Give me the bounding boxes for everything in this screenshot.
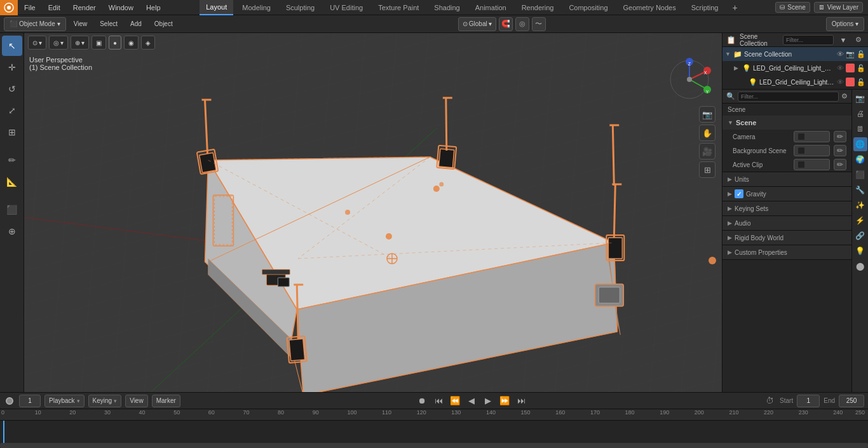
jump-start-btn[interactable]: ⏮ [432,395,445,407]
prop-tab-material[interactable]: ⬤ [853,259,867,273]
object-menu[interactable]: Object [149,17,178,31]
workspace-tab-rendering[interactable]: Rendering [515,0,560,15]
workspace-tab-texture[interactable]: Texture Paint [372,0,425,15]
outliner-search[interactable] [783,35,834,45]
select-menu[interactable]: Select [95,17,123,31]
workspace-tab-animation[interactable]: Animation [469,0,513,15]
gravity-checkbox[interactable]: ✓ [735,189,743,198]
background-scene-eyedropper[interactable]: ✏ [834,145,846,156]
end-frame-input[interactable]: 250 [839,395,864,407]
menu-render[interactable]: Render [67,0,102,15]
outliner-lock-toggle[interactable]: 🔓 [857,50,865,58]
tool-cursor[interactable]: ↖ [2,36,22,56]
prop-tab-data[interactable]: 💡 [853,244,867,258]
timeline-scrollbar[interactable] [0,443,868,448]
active-clip-eyedropper[interactable]: ✏ [834,159,846,170]
playback-dropdown[interactable]: Playback ▾ [44,395,85,407]
tool-move[interactable]: ✛ [2,57,22,78]
active-clip-value[interactable] [794,159,830,170]
record-btn[interactable]: ⏺ [416,395,428,407]
tool-rotate[interactable]: ↺ [2,79,22,99]
workspace-tab-compositing[interactable]: Compositing [562,0,614,15]
outliner-visibility-toggle[interactable]: 👁 [837,50,844,58]
outliner-item-visibility-2[interactable]: 👁 [837,78,844,86]
units-section-header[interactable]: ▶ Units [722,172,851,186]
prop-tab-view-layer[interactable]: 🗏 [853,122,867,136]
tool-scale[interactable]: ⤢ [2,100,22,121]
workspace-tab-layout[interactable]: Layout [200,0,233,15]
properties-search[interactable] [738,92,839,102]
camera-eyedropper[interactable]: ✏ [834,131,846,142]
viewport-gizmo-toggle[interactable]: ⊕▾ [71,36,89,50]
menu-help[interactable]: Help [140,0,167,15]
viewport-material-mode[interactable]: ◉ [124,36,139,50]
custom-props-header[interactable]: ▶ Custom Properties [722,245,851,259]
view-menu[interactable]: View [69,17,93,31]
workspace-tab-scripting[interactable]: Scripting [685,0,725,15]
workspace-tab-modeling[interactable]: Modeling [236,0,277,15]
view-dropdown[interactable]: View [125,395,148,407]
jump-end-btn[interactable]: ⏭ [515,395,527,407]
play-reverse-btn[interactable]: ◀ [465,395,478,407]
prop-tab-physics[interactable]: ⚡ [853,214,867,227]
3d-viewport[interactable]: User Perspective (1) Scene Collection [24,33,722,392]
workspace-tab-shading[interactable]: Shading [428,0,466,15]
viewport-pan-btn[interactable]: ✋ [699,125,715,141]
viewport-display-btn[interactable]: ⊞ [699,161,715,178]
tool-add-cursor[interactable]: ⊕ [2,221,22,241]
view-layer-selector[interactable]: 🗏View Layer [814,2,863,13]
frame-number-display[interactable]: 1 [19,395,41,407]
step-forward-btn[interactable]: ⏩ [498,395,511,407]
transform-origin[interactable]: ⊙Global▾ [458,17,496,31]
proportional-edit[interactable]: ◎ [515,17,529,31]
marker-dropdown[interactable]: Marker [152,395,180,407]
snap-toggle[interactable]: 🧲 [499,17,513,31]
menu-window[interactable]: Window [102,0,140,15]
curve-editor[interactable]: 〜 [532,17,546,31]
prop-tab-world[interactable]: 🌍 [853,153,867,166]
keying-sets-header[interactable]: ▶ Keying Sets [722,201,851,215]
outliner-item[interactable]: ▼ 📁 Scene Collection 👁 📷 🔓 [722,47,868,61]
properties-settings[interactable]: ⚙ [841,92,848,100]
outliner-item[interactable]: 💡 LED_Grid_Ceiling_Light_C... 👁 🔓 [722,75,868,89]
camera-value-btn[interactable] [794,131,830,142]
timeline-track[interactable] [0,421,868,448]
viewport-rendered-mode[interactable]: ◈ [141,36,155,50]
prop-tab-particles[interactable]: ✨ [853,198,867,212]
add-menu[interactable]: Add [125,17,147,31]
timeline-record-btn[interactable] [4,395,15,407]
audio-header[interactable]: ▶ Audio [722,216,851,230]
viewport-camera-btn[interactable]: 📷 [699,106,715,123]
outliner-settings-btn[interactable]: ⚙ [853,34,864,46]
tool-annotate[interactable]: ✏ [2,150,22,170]
menu-edit[interactable]: Edit [42,0,67,15]
prop-tab-constraints[interactable]: 🔗 [853,229,867,243]
step-back-btn[interactable]: ⏪ [449,395,461,407]
add-workspace-tab[interactable]: + [727,3,742,13]
keying-dropdown[interactable]: Keying ▾ [88,395,122,407]
play-btn[interactable]: ▶ [482,395,494,407]
prop-tab-scene[interactable]: 🌐 [853,137,867,151]
start-frame-input[interactable]: 1 [797,395,820,407]
background-scene-value[interactable] [794,145,830,156]
viewport-xray-toggle[interactable]: ▣ [92,36,106,50]
workspace-tab-sculpting[interactable]: Sculpting [280,0,321,15]
scene-selector[interactable]: ⛁Scene [775,2,810,13]
object-mode-btn[interactable]: ⬛Object Mode▾ [4,17,66,31]
menu-file[interactable]: File [18,0,42,15]
outliner-item[interactable]: ▶ 💡 LED_Grid_Ceiling_Light_OFF... 👁 🔓 [722,61,868,75]
tool-add-cube[interactable]: ⬛ [2,200,22,220]
viewport-solid-mode[interactable]: ● [109,36,121,50]
outliner-camera-toggle[interactable]: 📷 [846,50,855,58]
viewport-shading-solid[interactable]: ⊙▾ [28,36,46,50]
rigid-body-header[interactable]: ▶ Rigid Body World [722,231,851,245]
tool-transform[interactable]: ⊞ [2,122,22,142]
tool-measure[interactable]: 📐 [2,172,22,192]
workspace-tab-geometry[interactable]: Geometry Nodes [617,0,682,15]
prop-tab-output[interactable]: 🖨 [853,107,867,121]
outliner-filter-btn[interactable]: ▼ [837,34,849,46]
prop-tab-render[interactable]: 📷 [853,92,867,105]
outliner-item-visibility[interactable]: 👁 [837,64,844,72]
scene-section-header[interactable]: ▼ Scene [722,116,851,130]
prop-tab-object[interactable]: ⬛ [853,168,867,182]
